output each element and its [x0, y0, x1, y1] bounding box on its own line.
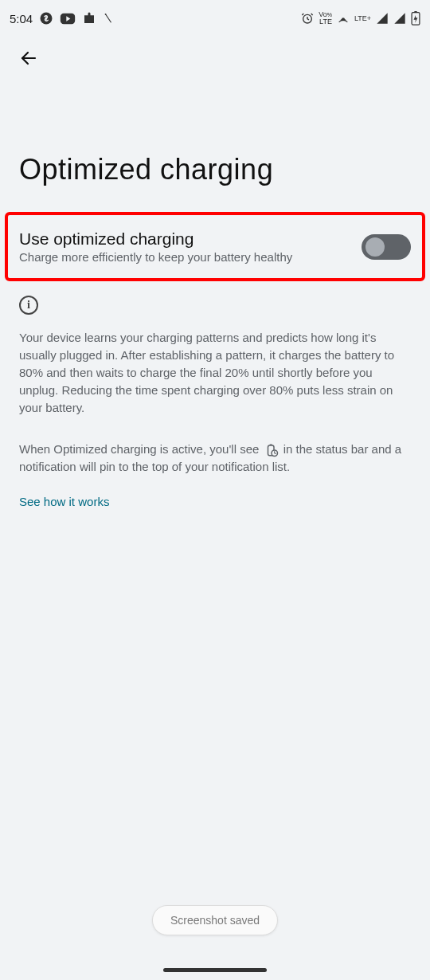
switch-thumb: [366, 237, 385, 257]
status-time: 5:04: [10, 12, 33, 25]
status-bar: 5:04 Vo%LTE LTE+: [0, 0, 430, 37]
hotspot-icon: [337, 12, 350, 25]
status-right-group: Vo%LTE LTE+: [301, 11, 420, 25]
optimized-charging-toggle-row[interactable]: Use optimized charging Charge more effic…: [8, 215, 422, 278]
see-how-it-works-link[interactable]: See how it works: [0, 476, 430, 527]
status-left-group: 5:04: [10, 11, 114, 25]
info-paragraph-2a: When Optimized charging is active, you'l…: [19, 442, 263, 456]
toggle-description: Charge more efficiently to keep your bat…: [19, 250, 292, 264]
toolbar: [0, 37, 430, 81]
info-icon-row: i: [0, 281, 430, 319]
svg-point-3: [105, 14, 107, 15]
alarm-icon: [301, 12, 314, 25]
battery-icon: [411, 11, 420, 25]
slash-icon: [103, 13, 114, 24]
lte-plus-indicator: LTE+: [354, 15, 371, 22]
volte-indicator: Vo%LTE: [319, 11, 332, 25]
info-paragraph-2: When Optimized charging is active, you'l…: [0, 431, 430, 476]
toggle-text-group: Use optimized charging Charge more effic…: [19, 229, 292, 264]
gesture-nav-bar: [163, 968, 267, 972]
youtube-icon: [60, 13, 76, 25]
screenshot-saved-toast: Screenshot saved: [152, 905, 278, 935]
toggle-title: Use optimized charging: [19, 229, 292, 249]
svg-rect-7: [414, 11, 416, 13]
back-button[interactable]: [13, 42, 45, 76]
signal-icon-1: [376, 12, 389, 25]
info-paragraph-1: Your device learns your charging pattern…: [0, 319, 430, 417]
optimized-charging-switch[interactable]: [362, 234, 411, 260]
optimized-charging-statusbar-icon: [264, 443, 279, 457]
page-title: Optimized charging: [0, 81, 430, 212]
shazam-icon: [39, 11, 53, 25]
info-icon: i: [19, 296, 38, 315]
svg-line-2: [106, 14, 111, 23]
highlight-box: Use optimized charging Charge more effic…: [5, 212, 425, 281]
signal-icon-2: [393, 12, 406, 25]
puzzle-icon: [82, 11, 96, 25]
arrow-back-icon: [19, 49, 38, 70]
svg-rect-10: [269, 445, 272, 446]
